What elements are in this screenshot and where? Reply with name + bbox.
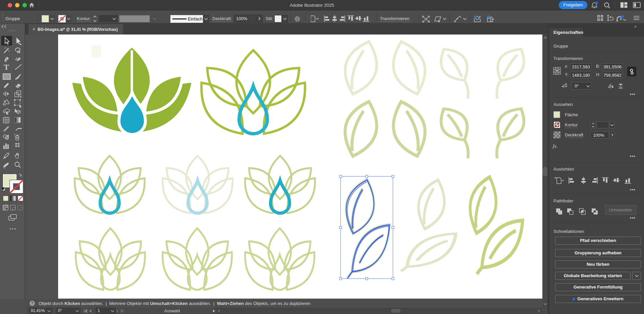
svg-text:T: T [4,63,9,71]
